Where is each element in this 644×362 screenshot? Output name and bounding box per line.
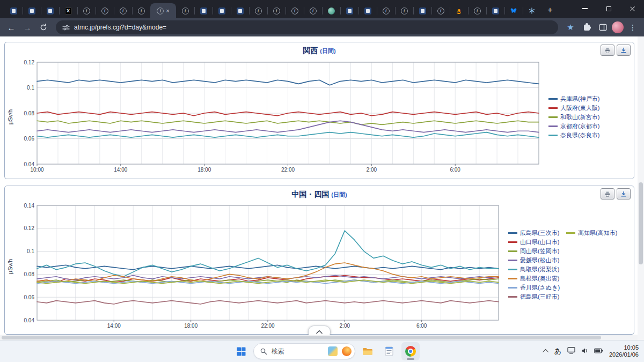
ime-indicator[interactable]: あ: [554, 346, 561, 356]
legend-item[interactable]: 京都府(京都市): [548, 122, 599, 130]
info-circle-favicon: i: [474, 8, 481, 14]
legend-item[interactable]: 和歌山(新宮市): [548, 113, 599, 121]
tab[interactable]: X: [59, 3, 77, 18]
firefox-icon: [342, 346, 352, 356]
tab[interactable]: i: [468, 3, 486, 18]
tab[interactable]: [213, 3, 231, 18]
battery-tray-button[interactable]: [594, 346, 603, 356]
maximize-button[interactable]: [597, 0, 620, 17]
tab[interactable]: [4, 3, 23, 18]
info-circle-favicon: i: [255, 8, 262, 14]
tab-close-icon[interactable]: ×: [166, 8, 169, 14]
legend-item[interactable]: 広島県(三次市): [508, 229, 560, 237]
legend-swatch: [508, 296, 517, 298]
tab[interactable]: i: [132, 3, 150, 18]
info-circle-favicon: i: [291, 8, 298, 14]
tab[interactable]: [194, 3, 213, 18]
info-circle-favicon: i: [383, 8, 390, 14]
legend-item[interactable]: 高知県(高知市): [566, 229, 617, 237]
tab[interactable]: [322, 3, 340, 18]
tab[interactable]: [41, 3, 59, 18]
tab[interactable]: [23, 3, 41, 18]
window-controls: [573, 0, 644, 17]
tab[interactable]: [413, 3, 431, 18]
profile-avatar[interactable]: [612, 21, 624, 33]
tray-overflow-button[interactable]: [544, 349, 548, 353]
legend-label: 和歌山(新宮市): [560, 113, 599, 121]
legend-item[interactable]: 香川県(さぬき): [508, 284, 560, 291]
clock-date: 2026/01/06: [609, 351, 639, 358]
start-button[interactable]: [232, 342, 250, 360]
browser-menu-button[interactable]: ⋮: [626, 20, 640, 34]
tab[interactable]: i: [267, 3, 286, 18]
display-tray-button[interactable]: [567, 346, 575, 356]
tab[interactable]: i: [431, 3, 450, 18]
tab[interactable]: i: [377, 3, 395, 18]
tab[interactable]: i: [249, 3, 267, 18]
legend-item[interactable]: 鳥取県(湯梨浜): [508, 265, 560, 273]
side-panel-button[interactable]: [596, 20, 610, 34]
tab[interactable]: i: [114, 3, 132, 18]
tab[interactable]: [358, 3, 377, 18]
download-button[interactable]: [617, 188, 631, 200]
site-square-favicon: [28, 8, 35, 14]
tab[interactable]: i: [286, 3, 304, 18]
site-square-favicon: [47, 8, 54, 14]
legend-label: 鳥取県(湯梨浜): [520, 265, 559, 273]
reload-icon: [40, 24, 47, 31]
tab[interactable]: i: [96, 3, 114, 18]
tab[interactable]: i: [304, 3, 322, 18]
legend-item[interactable]: 徳島県(三好市): [508, 293, 560, 300]
tab[interactable]: i: [77, 3, 96, 18]
tab[interactable]: [231, 3, 249, 18]
monitor-icon: [567, 346, 575, 354]
legend-item[interactable]: 兵庫県(神戸市): [548, 95, 599, 102]
chrome-button[interactable]: [401, 342, 420, 360]
print-button[interactable]: [601, 188, 614, 200]
file-explorer-button[interactable]: [358, 342, 377, 360]
taskbar-clock[interactable]: 10:05 2026/01/06: [609, 344, 639, 358]
print-button[interactable]: [601, 45, 614, 56]
legend-item[interactable]: 島根県(奥出雲): [508, 275, 560, 282]
site-square-favicon: [419, 8, 426, 14]
download-button[interactable]: [617, 45, 631, 56]
new-tab-button[interactable]: +: [543, 3, 557, 17]
tab[interactable]: [504, 3, 523, 18]
tab[interactable]: i: [176, 3, 194, 18]
url-text: atmc.jp/prefs.cgi?d=day&mode=: [74, 24, 166, 31]
bookmark-star-button[interactable]: ★: [564, 20, 577, 34]
forward-button[interactable]: →: [20, 20, 34, 34]
volume-tray-button[interactable]: [581, 346, 588, 356]
search-label: 検索: [272, 347, 324, 356]
search-icon: [260, 348, 267, 355]
bluesky-favicon: [510, 8, 517, 14]
reload-button[interactable]: [36, 20, 50, 34]
legend-item[interactable]: 大阪府(東大阪): [548, 104, 599, 112]
address-bar[interactable]: atmc.jp/prefs.cgi?d=day&mode=: [56, 20, 558, 34]
extensions-button[interactable]: [580, 20, 594, 34]
tab[interactable]: [486, 3, 504, 18]
horizontal-scrollbar-thumb[interactable]: [2, 336, 601, 339]
legend-label: 大阪府(東大阪): [560, 104, 599, 112]
info-circle-favicon: i: [138, 8, 145, 14]
notepad-button[interactable]: [380, 342, 398, 360]
kansai-chart-legend: 兵庫県(神戸市)大阪府(東大阪)和歌山(新宮市)京都府(京都市)奈良県(奈良市): [543, 95, 599, 139]
tab[interactable]: [340, 3, 358, 18]
tab[interactable]: [523, 3, 541, 18]
tab[interactable]: a: [450, 3, 468, 18]
tab[interactable]: i: [395, 3, 413, 18]
minimize-button[interactable]: [573, 0, 597, 17]
legend-item[interactable]: 岡山県(笠岡市): [508, 247, 560, 255]
legend-label: 高知県(高知市): [578, 229, 617, 237]
back-button[interactable]: ←: [4, 20, 18, 34]
chrome-icon: [405, 346, 416, 357]
y-tick-label: 0.08: [24, 110, 35, 116]
close-button[interactable]: [620, 0, 644, 17]
taskbar-search-box[interactable]: 検索: [253, 343, 355, 359]
legend-item[interactable]: 山口県(山口市): [508, 238, 560, 246]
vertical-scrollbar-thumb[interactable]: [639, 182, 643, 264]
legend-item[interactable]: 愛媛県(松山市): [508, 256, 560, 264]
active-tab[interactable]: i×: [150, 3, 176, 18]
chugoku-chart-plot: 0.040.060.080.10.120.1414:0018:0022:002:…: [14, 201, 503, 332]
legend-item[interactable]: 奈良県(奈良市): [548, 131, 599, 139]
